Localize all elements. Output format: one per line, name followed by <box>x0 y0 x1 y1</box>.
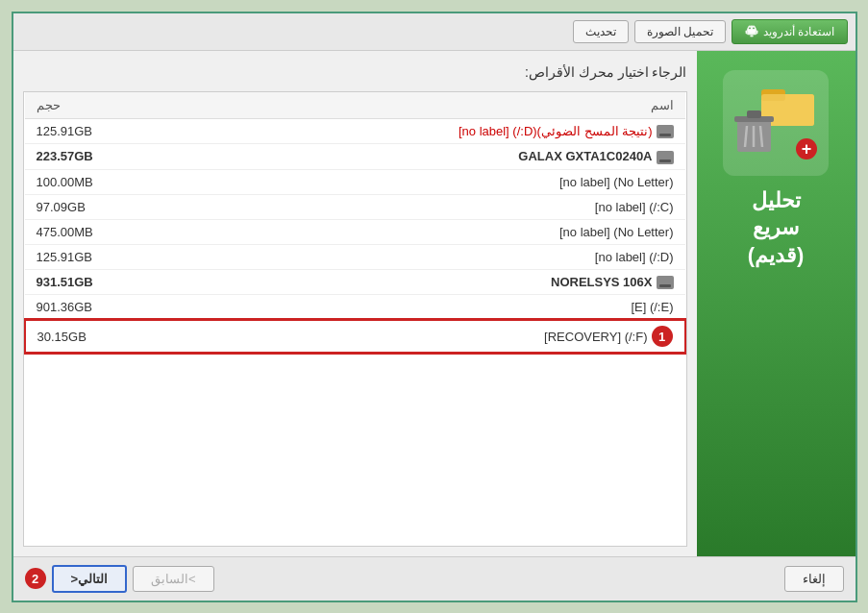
disk-drive-icon <box>657 276 674 289</box>
table-row[interactable]: (C:/) [no label]97.09GB <box>25 194 685 219</box>
row-name-cell: (No Letter) [no label] <box>190 169 684 194</box>
row-size-cell: 931.51GB <box>25 269 191 295</box>
table-row[interactable]: (No Letter) [no label]475.00MB <box>25 219 685 244</box>
recycle-bin-icon <box>732 109 776 157</box>
sidebar-label: تحليل سريع (قديم) <box>748 187 805 270</box>
svg-point-2 <box>749 27 751 29</box>
row-name-cell: GALAX GXTA1C0240A <box>190 144 684 170</box>
android-restore-button[interactable]: استعادة أندرويد <box>732 19 847 44</box>
table-row[interactable]: (نتيجة المسح الضوئي)(D:/) [no label]125.… <box>25 118 685 144</box>
android-btn-label: استعادة أندرويد <box>763 25 834 38</box>
row-name-cell: NORELSYS 106X <box>190 269 684 295</box>
svg-rect-7 <box>756 30 758 34</box>
disk-drive-icon <box>657 125 674 138</box>
row-name: (No Letter) [no label] <box>559 175 674 189</box>
right-sidebar: + تحليل سريع (قديم) <box>697 51 856 556</box>
row-name: (No Letter) [no label] <box>559 225 674 239</box>
svg-rect-16 <box>747 110 761 118</box>
row-size-cell: 100.00MB <box>25 169 191 194</box>
plus-badge: + <box>796 138 817 159</box>
bottom-left: 2 التالي< >السابق <box>25 565 214 593</box>
col-size-header: حجم <box>25 92 191 119</box>
upload-image-button[interactable]: تحميل الصورة <box>634 20 726 43</box>
disk-table: اسم حجم (نتيجة المسح الضوئي)(D:/) [no la… <box>24 92 686 355</box>
main-window: استعادة أندرويد تحميل الصورة تحديث الرجا… <box>12 12 857 602</box>
row-size-cell: 125.91GB <box>25 118 191 144</box>
row-name: NORELSYS 106X <box>551 275 653 289</box>
table-row[interactable]: NORELSYS 106X931.51GB <box>25 269 685 295</box>
row-name: (D:/) [no label] <box>595 250 674 264</box>
table-row[interactable]: 1(F:/) [RECOVERY]30.15GB <box>25 320 685 353</box>
outer-frame: استعادة أندرويد تحميل الصورة تحديث الرجا… <box>0 0 868 613</box>
sidebar-icon-area: + <box>723 70 829 176</box>
row-name: GALAX GXTA1C0240A <box>518 149 652 163</box>
left-panel: الرجاء اختيار محرك الأقراص: اسم حجم (نتي… <box>13 51 697 556</box>
table-row[interactable]: GALAX GXTA1C0240A223.57GB <box>25 144 685 170</box>
row-size-cell: 125.91GB <box>25 244 191 269</box>
row-name: (F:/) [RECOVERY] <box>544 330 647 344</box>
row-badge: 1 <box>652 326 673 347</box>
row-size-cell: 97.09GB <box>25 194 191 219</box>
row-name-cell: (C:/) [no label] <box>190 194 684 219</box>
table-header-row: اسم حجم <box>25 92 685 119</box>
svg-rect-9 <box>752 35 754 37</box>
instruction-text: الرجاء اختيار محرك الأقراص: <box>23 61 687 84</box>
android-icon <box>744 24 759 39</box>
row-name-cell: 1(F:/) [RECOVERY] <box>190 320 684 353</box>
svg-rect-6 <box>746 30 748 34</box>
back-button[interactable]: >السابق <box>133 566 214 592</box>
refresh-btn-label: تحديث <box>585 25 616 38</box>
row-name-cell: (No Letter) [no label] <box>190 219 684 244</box>
cancel-button[interactable]: إلغاء <box>784 566 844 592</box>
row-name: (E:/) [E] <box>631 300 673 314</box>
row-name-cell: (E:/) [E] <box>190 295 684 321</box>
row-size-cell: 475.00MB <box>25 219 191 244</box>
row-name-cell: (نتيجة المسح الضوئي)(D:/) [no label] <box>190 118 684 144</box>
table-row[interactable]: (E:/) [E]901.36GB <box>25 295 685 321</box>
svg-rect-1 <box>747 29 756 35</box>
row-size-cell: 30.15GB <box>25 320 191 353</box>
toolbar: استعادة أندرويد تحميل الصورة تحديث <box>13 13 856 51</box>
row-name-cell: (D:/) [no label] <box>190 244 684 269</box>
row-size-cell: 223.57GB <box>25 144 191 170</box>
col-name-header: اسم <box>190 92 684 119</box>
step-2-badge: 2 <box>25 568 46 589</box>
row-name: (C:/) [no label] <box>595 200 674 214</box>
table-row[interactable]: (D:/) [no label]125.91GB <box>25 244 685 269</box>
next-button[interactable]: التالي< <box>52 565 128 593</box>
disk-table-container[interactable]: اسم حجم (نتيجة المسح الضوئي)(D:/) [no la… <box>23 91 687 547</box>
disk-drive-icon <box>657 151 674 164</box>
refresh-button[interactable]: تحديث <box>573 20 629 43</box>
svg-rect-8 <box>751 35 753 37</box>
svg-point-3 <box>753 27 755 29</box>
upload-btn-label: تحميل الصورة <box>647 25 713 38</box>
main-content: الرجاء اختيار محرك الأقراص: اسم حجم (نتي… <box>13 51 856 556</box>
table-row[interactable]: (No Letter) [no label]100.00MB <box>25 169 685 194</box>
disk-table-body: (نتيجة المسح الضوئي)(D:/) [no label]125.… <box>25 118 685 353</box>
row-name: (نتيجة المسح الضوئي)(D:/) [no label] <box>459 124 653 138</box>
row-size-cell: 901.36GB <box>25 295 191 321</box>
bottom-bar: إلغاء 2 التالي< >السابق <box>13 556 856 601</box>
